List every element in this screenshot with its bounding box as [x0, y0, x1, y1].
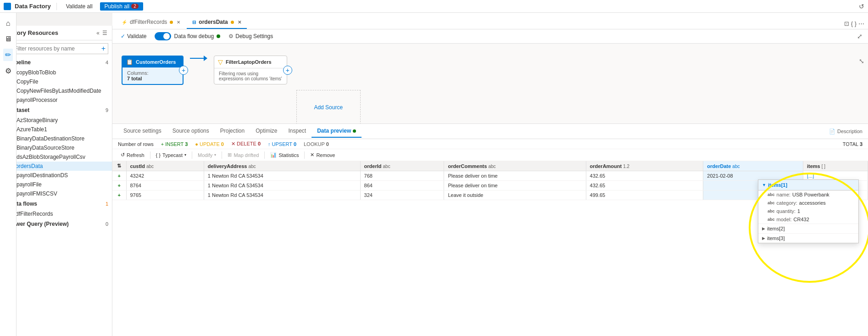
delivery-header[interactable]: deliveryAddress abc: [204, 161, 360, 171]
sidebar-item-BinaryDataDestinationStore[interactable]: ⊟ BinaryDataDestinationStore: [0, 134, 112, 143]
items-header[interactable]: items [ ]: [803, 161, 868, 171]
items3-collapse[interactable]: ▶ items[3]: [758, 233, 858, 243]
orderamount-header[interactable]: orderAmount 1.2: [586, 161, 703, 171]
items2-collapse[interactable]: ▶ items[2]: [758, 224, 858, 233]
tab-optimize[interactable]: Optimize: [250, 125, 283, 138]
description-icon: 📄: [829, 129, 835, 134]
tab-data-preview[interactable]: Data preview: [312, 125, 362, 138]
sidebar-item-payrollFile[interactable]: ⊟ payrollFile: [0, 180, 112, 189]
left-icon-nav: ⌂ 🖥 ✏ ⚙: [0, 13, 17, 336]
code-icon[interactable]: ⚙: [3, 65, 13, 77]
items-model-val: CR432: [794, 217, 809, 222]
more-options-icon[interactable]: ⋯: [858, 20, 864, 27]
powerquery-section-header[interactable]: ▶ Power Query (Preview) 0: [0, 218, 112, 230]
tab-bar: ⚡ dfFilterRecords ✕ ⊟ ordersData ✕ ⊡ { }…: [112, 13, 868, 29]
filter-node-title: FilterLaptopOrders: [226, 59, 272, 65]
tab-inspect[interactable]: Inspect: [283, 125, 312, 138]
refresh-icon[interactable]: ↺: [859, 3, 864, 10]
row-orderid: 768: [360, 171, 444, 181]
typecast-button[interactable]: { } Typecast ▾: [153, 151, 189, 159]
bottom-panel: Source settings Source options Projectio…: [112, 124, 868, 336]
row-custid: 43242: [126, 171, 204, 181]
search-input[interactable]: [4, 43, 108, 54]
sidebar-item-dfFilterRecords[interactable]: ● dfFilterRecords: [0, 209, 112, 218]
collapse-icon[interactable]: «: [96, 30, 100, 36]
debug-label: Data flow debug: [174, 33, 214, 39]
sidebar-item-payrollFMISCSV[interactable]: ⊟ payrollFMISCSV: [0, 189, 112, 198]
ordercomments-header[interactable]: orderComments abc: [444, 161, 586, 171]
row-indicator: +: [112, 171, 126, 181]
orderid-header[interactable]: orderId abc: [360, 161, 444, 171]
items-name-val: USB Powerbank: [792, 192, 829, 197]
total-stat: TOTAL 3: [843, 141, 862, 147]
panel-icon[interactable]: ☰: [102, 30, 107, 36]
add-source-label: Add Source: [314, 104, 343, 111]
statistics-button[interactable]: 📊 Statistics: [267, 151, 301, 159]
add-source-box[interactable]: Add Source: [296, 90, 361, 124]
sort-header[interactable]: ⇅: [112, 161, 126, 171]
tab-label-dffilter: dfFilterRecords: [130, 19, 167, 25]
modify-button[interactable]: Modify ▾: [195, 151, 219, 159]
sidebar-item-AzStorageBinary[interactable]: ⊟ AzStorageBinary: [0, 116, 112, 125]
app-title: Data Factory: [15, 3, 51, 10]
map-drifted-button[interactable]: ⊞ Map drifted: [225, 151, 262, 159]
node-subtitle: Columns:: [127, 70, 178, 76]
zoom-fit-icon[interactable]: ⤡: [859, 57, 864, 65]
tab-ordersData[interactable]: ⊟ ordersData ✕: [187, 16, 246, 29]
home-icon[interactable]: ⌂: [4, 17, 12, 29]
sidebar-item-copyBlobToBlob[interactable]: ⊞ copyBlobToBlob: [0, 68, 112, 77]
map-drifted-icon: ⊞: [228, 152, 232, 158]
sidebar-item-ordersData[interactable]: ● ordersData: [0, 162, 112, 171]
items1-expand-icon: ▼: [762, 183, 766, 187]
add-node-btn[interactable]: +: [179, 66, 188, 75]
add-resource-icon[interactable]: +: [101, 45, 106, 53]
sidebar-item-CopyNewFiles[interactable]: ⊞ CopyNewFilesByLastModifiedDate: [0, 86, 112, 95]
sidebar-item-CopyFile[interactable]: ⊞ CopyFile: [0, 77, 112, 86]
description-btn[interactable]: 📄 Description: [829, 129, 862, 134]
code-view-icon[interactable]: { }: [851, 20, 857, 27]
main-content: ⚡ dfFilterRecords ✕ ⊟ ordersData ✕ ⊡ { }…: [112, 13, 868, 336]
filter-laptop-orders-node[interactable]: ▽ FilterLaptopOrders Filtering rows usin…: [214, 56, 287, 84]
validate-button[interactable]: ✓ Validate: [118, 32, 149, 40]
tab-source-options[interactable]: Source options: [167, 125, 215, 138]
table-row: + 9765 1 Newton Rd CA 534534 324 Leave i…: [112, 190, 868, 200]
split-view-icon[interactable]: ⊡: [844, 20, 849, 27]
refresh-button[interactable]: ↺ Refresh: [118, 151, 147, 159]
tab-source-settings[interactable]: Source settings: [118, 125, 167, 138]
expand-icon[interactable]: ⤢: [857, 33, 862, 40]
publish-all-button[interactable]: Publish all 2: [100, 2, 143, 11]
tab-close-dffilter[interactable]: ✕: [177, 20, 180, 25]
dataflows-section-header[interactable]: ▼ Data flows 1: [0, 198, 112, 209]
items3-chevron-icon: ▶: [762, 236, 765, 241]
sidebar-item-payrollDestinationDS[interactable]: ⊟ payrollDestinationDS: [0, 171, 112, 180]
tab-label-orders: ordersData: [199, 19, 228, 25]
items-quantity-val: 1: [797, 208, 800, 214]
filter-add-btn[interactable]: +: [283, 66, 292, 75]
pipeline-section-header[interactable]: ▼ Pipeline 4: [0, 57, 112, 68]
pipeline-section: ▼ Pipeline 4 ⊞ copyBlobToBlob ⊞ CopyFile…: [0, 57, 112, 105]
tab-close-orders[interactable]: ✕: [238, 20, 241, 25]
custid-header[interactable]: custId abc: [126, 161, 204, 171]
debug-settings-button[interactable]: ⚙ Debug Settings: [226, 32, 276, 40]
monitor-icon[interactable]: 🖥: [3, 33, 14, 45]
node-body: Columns: 7 total: [122, 67, 183, 84]
debug-toggle[interactable]: [155, 32, 171, 40]
customer-orders-node[interactable]: 📋 CustomerOrders Columns: 7 total +: [122, 56, 184, 85]
items-dropdown-header[interactable]: ▼ items[1]: [758, 180, 858, 190]
node-header: 📋 CustomerOrders: [122, 56, 183, 67]
orderdate-header[interactable]: orderDate abc: [703, 161, 803, 171]
lookup-stat: LOOKUP 0: [304, 141, 329, 147]
sidebar-item-AzureTable1[interactable]: ⊟ AzureTable1: [0, 125, 112, 134]
sidebar-item-payrollProcessor[interactable]: ⊞ payrollProcessor: [0, 95, 112, 105]
tab-dfFilterRecords[interactable]: ⚡ dfFilterRecords ✕: [116, 16, 186, 29]
panel-tab-bar: Source settings Source options Projectio…: [112, 124, 868, 139]
remove-button[interactable]: ✕ Remove: [307, 151, 338, 159]
validate-all-button[interactable]: Validate all: [62, 2, 96, 11]
dataset-section-header[interactable]: ▼ Dataset 9: [0, 105, 112, 116]
tab-projection[interactable]: Projection: [215, 125, 250, 138]
upsert-stat: ↑ UPSERT 0: [268, 141, 296, 147]
sidebar-item-dsAzBlobStorage[interactable]: ⊟ dsAzBlobStoragePayrollCsv: [0, 152, 112, 162]
update-stat: ● UPDATE 0: [195, 141, 224, 147]
edit-icon[interactable]: ✏: [3, 49, 13, 61]
sidebar-item-BinaryDataSourceStore[interactable]: ⊟ BinaryDataSourceStore: [0, 143, 112, 152]
